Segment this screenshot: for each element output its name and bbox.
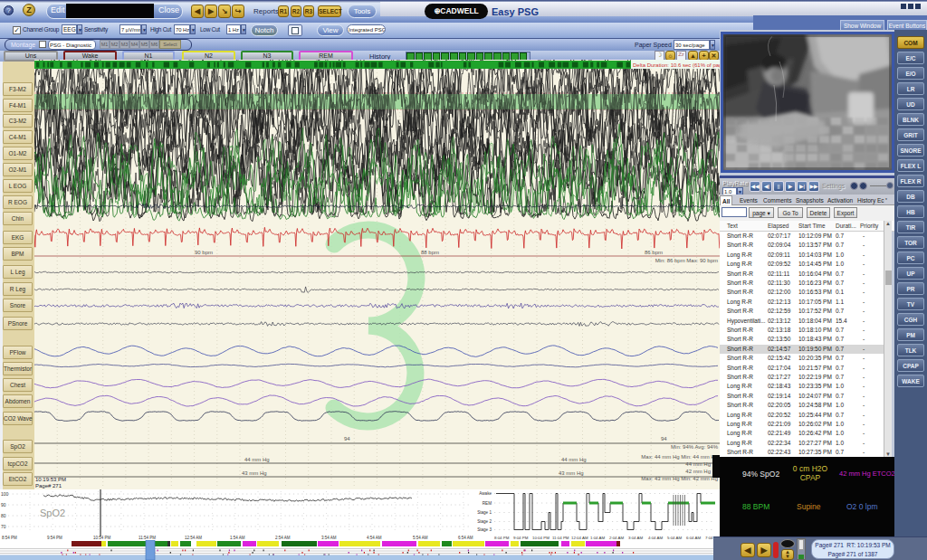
svg-text:90 bpm: 90 bpm [195, 250, 213, 255]
svg-text:Stage 1: Stage 1 [477, 510, 492, 515]
svg-text:94: 94 [661, 436, 667, 441]
svg-text:88 bpm: 88 bpm [421, 250, 439, 255]
svg-text:REM: REM [483, 501, 492, 506]
svg-text:Awake: Awake [479, 491, 492, 496]
svg-text:80: 80 [1, 513, 6, 518]
svg-text:Max: 43 mm Hg Min: 42 mm Hg: Max: 43 mm Hg Min: 42 mm Hg [641, 476, 718, 481]
svg-text:Min: 86 bpm Max: 90 bpm: Min: 86 bpm Max: 90 bpm [655, 258, 718, 263]
svg-text:70: 70 [1, 524, 6, 529]
svg-text:10:19:53 PM: 10:19:53 PM [35, 477, 66, 482]
svg-text:Min: 94% Avg: 94%: Min: 94% Avg: 94% [671, 444, 719, 450]
svg-text:Stage 3: Stage 3 [477, 527, 492, 532]
svg-text:86 bpm: 86 bpm [645, 250, 663, 255]
svg-text:43 mm Hg: 43 mm Hg [242, 470, 267, 476]
svg-text:Page# 271: Page# 271 [35, 483, 62, 489]
svg-text:94: 94 [344, 436, 350, 441]
svg-text:43 mm Hg: 43 mm Hg [559, 470, 584, 476]
svg-text:Stage 2: Stage 2 [477, 519, 492, 524]
svg-text:42 mm Hg: 42 mm Hg [685, 469, 711, 474]
svg-text:Max: 44 mm Hg Min: 44 mm Hg: Max: 44 mm Hg Min: 44 mm Hg [641, 454, 718, 460]
svg-text:44 mm Hg: 44 mm Hg [685, 461, 711, 467]
svg-text:100: 100 [1, 491, 9, 497]
svg-text:90: 90 [1, 502, 6, 508]
svg-text:SpO2: SpO2 [40, 508, 65, 518]
svg-text:44 mm Hg: 44 mm Hg [561, 457, 587, 462]
svg-text:Delta Duration: 10.6 sec (61%: Delta Duration: 10.6 sec (61% of page) [633, 62, 720, 68]
svg-text:44 mm Hg: 44 mm Hg [244, 457, 270, 462]
